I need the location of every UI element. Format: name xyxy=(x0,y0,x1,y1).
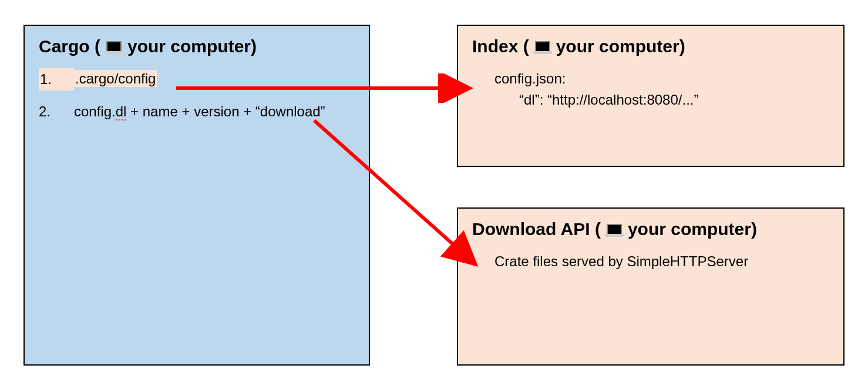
title-index-prefix: Index ( xyxy=(472,36,529,56)
cargo-list: 1. .cargo/config 2. config.dl + name + v… xyxy=(39,68,355,122)
cargo-item-1-num: 1. xyxy=(39,68,74,91)
box-download: Download API ( your computer) Crate file… xyxy=(457,207,845,366)
index-line-1: config.json: xyxy=(472,68,829,89)
title-cargo: Cargo ( your computer) xyxy=(39,36,355,56)
title-download: Download API ( your computer) xyxy=(472,219,829,239)
cargo-item-2-text: config.dl + name + version + “download” xyxy=(74,101,355,122)
download-line-1: Crate files served by SimpleHTTPServer xyxy=(472,251,829,272)
laptop-icon xyxy=(533,39,553,54)
title-download-prefix: Download API ( xyxy=(472,219,601,239)
cargo-item-2: 2. config.dl + name + version + “downloa… xyxy=(39,101,355,122)
title-cargo-prefix: Cargo ( xyxy=(39,36,100,56)
title-index: Index ( your computer) xyxy=(472,36,829,56)
title-cargo-suffix: your computer) xyxy=(127,36,257,56)
laptop-icon xyxy=(604,222,624,237)
box-index: Index ( your computer) config.json: “dl”… xyxy=(457,25,845,167)
title-index-suffix: your computer) xyxy=(556,36,685,56)
title-download-suffix: your computer) xyxy=(628,219,757,239)
laptop-icon xyxy=(104,39,124,54)
index-line-2: “dl”: “http://localhost:8080/...” xyxy=(472,89,829,110)
cargo-item-2-pre: config. xyxy=(74,103,116,119)
box-cargo: Cargo ( your computer) 1. .cargo/config … xyxy=(23,25,370,366)
cargo-item-1-text: .cargo/config xyxy=(74,68,355,89)
cargo-item-1-text-inner: .cargo/config xyxy=(74,70,157,87)
cargo-item-2-num: 2. xyxy=(39,101,74,122)
cargo-item-2-underlined: dl xyxy=(116,103,127,119)
cargo-item-2-post: + name + version + “download” xyxy=(126,103,325,119)
cargo-item-1: 1. .cargo/config xyxy=(39,68,355,91)
